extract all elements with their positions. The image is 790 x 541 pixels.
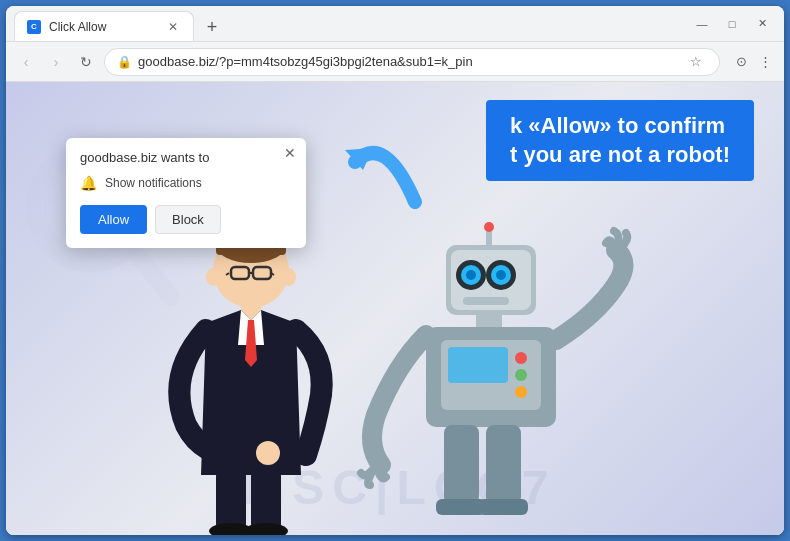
allow-button[interactable]: Allow	[80, 205, 147, 234]
minimize-button[interactable]: —	[688, 10, 716, 38]
forward-button[interactable]: ›	[44, 50, 68, 74]
svg-point-29	[484, 222, 494, 232]
notification-popup: ✕ goodbase.biz wants to 🔔 Show notificat…	[66, 138, 306, 248]
browser-window: C Click Allow ✕ + — □ ✕ ‹	[6, 6, 784, 535]
back-button[interactable]: ‹	[14, 50, 38, 74]
banner: k «Allow» to confirm t you are not a rob…	[486, 100, 754, 181]
address-bar: ‹ › ↻ 🔒 goodbase.biz/?p=mm4tsobzg45gi3bp…	[6, 42, 784, 82]
bell-icon: 🔔	[80, 175, 97, 191]
svg-rect-15	[216, 470, 246, 530]
maximize-button[interactable]: □	[718, 10, 746, 38]
svg-point-23	[466, 270, 476, 280]
popup-close-button[interactable]: ✕	[284, 146, 296, 160]
tab-bar: C Click Allow ✕ +	[14, 6, 688, 41]
svg-rect-33	[448, 347, 508, 383]
banner-text-line1: k «Allow» to confirm	[510, 112, 730, 141]
close-button[interactable]: ✕	[748, 10, 776, 38]
title-bar: C Click Allow ✕ + — □ ✕	[6, 6, 784, 42]
window-controls: — □ ✕	[688, 10, 776, 38]
arrow-illustration	[335, 112, 455, 222]
svg-rect-37	[444, 425, 479, 505]
popup-site-title: goodbase.biz wants to	[80, 150, 292, 165]
toolbar-icons: ⊙ ⋮	[730, 51, 776, 73]
refresh-button[interactable]: ↻	[74, 50, 98, 74]
svg-point-34	[515, 352, 527, 364]
popup-notification-text: Show notifications	[105, 176, 202, 190]
svg-point-12	[282, 268, 296, 286]
active-tab[interactable]: C Click Allow ✕	[14, 11, 194, 41]
tab-close-button[interactable]: ✕	[165, 19, 181, 35]
svg-rect-27	[463, 297, 509, 305]
main-illustration	[86, 215, 646, 535]
svg-rect-30	[476, 315, 502, 327]
svg-point-35	[515, 369, 527, 381]
svg-rect-40	[478, 499, 528, 515]
block-button[interactable]: Block	[155, 205, 221, 234]
popup-buttons: Allow Block	[80, 205, 292, 234]
account-icon[interactable]: ⊙	[730, 51, 752, 73]
browser-content: TISC|LCO7 k «Allow» to confirm t you are…	[6, 82, 784, 535]
svg-point-26	[496, 270, 506, 280]
url-bar[interactable]: 🔒 goodbase.biz/?p=mm4tsobzg45gi3bpgi2ten…	[104, 48, 720, 76]
url-right-icons: ☆	[685, 51, 707, 73]
menu-icon[interactable]: ⋮	[754, 51, 776, 73]
svg-rect-38	[486, 425, 521, 505]
tab-title: Click Allow	[49, 20, 106, 34]
url-text: goodbase.biz/?p=mm4tsobzg45gi3bpgi2tena&…	[138, 54, 473, 69]
lock-icon: 🔒	[117, 55, 132, 69]
svg-rect-16	[251, 470, 281, 530]
tab-favicon: C	[27, 20, 41, 34]
banner-text-line2: t you are not a robot!	[510, 141, 730, 170]
svg-point-18	[244, 523, 288, 535]
svg-point-14	[256, 441, 280, 465]
popup-notification-row: 🔔 Show notifications	[80, 175, 292, 191]
svg-point-36	[515, 386, 527, 398]
new-tab-button[interactable]: +	[198, 13, 226, 41]
svg-point-11	[206, 268, 220, 286]
bookmark-icon[interactable]: ☆	[685, 51, 707, 73]
